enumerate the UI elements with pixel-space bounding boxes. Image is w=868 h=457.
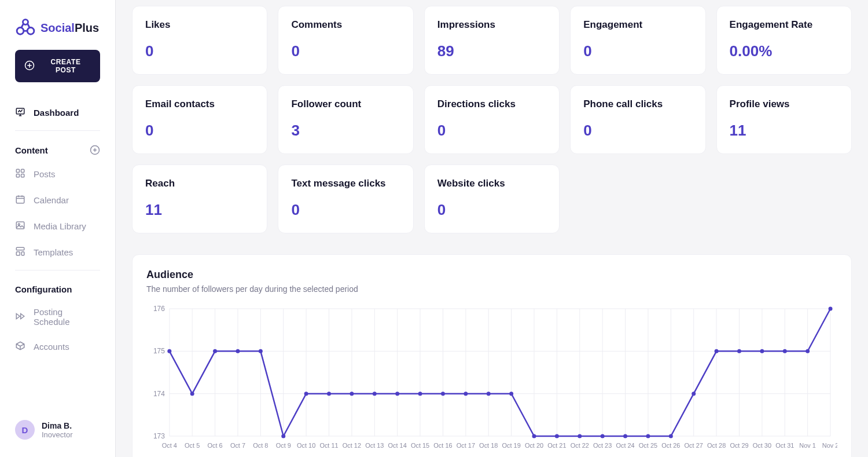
plus-circle-icon (24, 60, 35, 72)
svg-text:Oct 9: Oct 9 (276, 442, 291, 449)
svg-point-96 (441, 392, 445, 396)
metric-card[interactable]: Profile views11 (716, 85, 852, 154)
metric-value: 11 (145, 201, 254, 219)
svg-text:Oct 16: Oct 16 (433, 442, 452, 449)
metric-card[interactable]: Engagement0 (570, 6, 705, 75)
sidebar-item-templates[interactable]: Templates (0, 239, 115, 265)
svg-text:Oct 15: Oct 15 (411, 442, 429, 449)
audience-line-chart[interactable]: 176175174173Oct 4Oct 5Oct 6Oct 7Oct 8Oct… (146, 303, 837, 454)
svg-text:176: 176 (153, 305, 165, 313)
svg-point-86 (213, 349, 217, 353)
svg-rect-8 (16, 174, 19, 177)
svg-text:Oct 6: Oct 6 (208, 442, 223, 449)
svg-text:Oct 29: Oct 29 (730, 442, 748, 449)
layout-icon (15, 246, 25, 258)
svg-point-106 (669, 434, 673, 438)
svg-point-101 (555, 434, 559, 438)
svg-text:Oct 19: Oct 19 (502, 442, 521, 449)
audience-chart-card: Audience The number of followers per day… (132, 254, 852, 457)
grid-icon (15, 168, 25, 180)
sidebar-item-posting-schedule[interactable]: Posting Schedule (0, 300, 115, 334)
sidebar-item-label: Templates (34, 247, 73, 257)
metric-label: Reach (145, 178, 254, 189)
create-post-button[interactable]: CREATE POST (15, 50, 100, 82)
metric-value: 89 (437, 42, 546, 60)
svg-text:Oct 21: Oct 21 (547, 442, 566, 449)
metric-card[interactable]: Email contacts0 (132, 85, 267, 154)
metric-card[interactable]: Phone call clicks0 (570, 85, 705, 154)
metric-label: Follower count (291, 98, 400, 110)
svg-text:Oct 20: Oct 20 (525, 442, 543, 449)
svg-text:Nov 2: Nov 2 (822, 442, 837, 449)
fast-forward-icon (15, 311, 25, 323)
svg-point-107 (692, 392, 696, 396)
sidebar-item-accounts[interactable]: Accounts (0, 334, 115, 360)
metric-value: 0 (291, 42, 400, 60)
svg-point-95 (418, 392, 422, 396)
svg-text:Oct 23: Oct 23 (593, 442, 612, 449)
svg-text:173: 173 (153, 432, 165, 440)
cube-icon (15, 341, 25, 353)
section-title: Configuration (15, 284, 72, 294)
user-name: Dima B. (42, 421, 72, 430)
metric-card[interactable]: Text message clicks0 (278, 164, 413, 233)
svg-text:Oct 13: Oct 13 (365, 442, 384, 449)
svg-text:Oct 14: Oct 14 (388, 442, 407, 449)
presentation-icon (15, 107, 25, 119)
metric-card[interactable]: Follower count3 (278, 85, 413, 154)
plus-circle-icon[interactable] (90, 145, 100, 155)
svg-text:Oct 31: Oct 31 (775, 442, 794, 449)
svg-point-88 (259, 349, 263, 353)
svg-point-85 (190, 392, 194, 396)
svg-point-103 (601, 434, 605, 438)
brand-icon (15, 17, 36, 38)
svg-text:Oct 28: Oct 28 (707, 442, 726, 449)
metric-card[interactable]: Impressions89 (424, 6, 560, 75)
svg-text:Oct 30: Oct 30 (753, 442, 771, 449)
metric-card[interactable]: Directions clicks0 (424, 85, 560, 154)
sidebar-item-label: Accounts (34, 342, 69, 352)
metric-value: 0.00% (730, 42, 838, 60)
sidebar-item-dashboard[interactable]: Dashboard (0, 100, 115, 126)
svg-point-90 (304, 392, 308, 396)
metric-card[interactable]: Engagement Rate0.00% (716, 6, 852, 75)
metric-value: 11 (730, 122, 838, 140)
svg-text:174: 174 (153, 390, 165, 398)
metric-value: 3 (291, 122, 400, 140)
svg-text:Oct 27: Oct 27 (685, 442, 703, 449)
user-profile[interactable]: D Dima B. Inovector (0, 420, 115, 445)
metrics-grid: Likes0Comments0Impressions89Engagement0E… (116, 0, 868, 233)
svg-point-94 (395, 392, 399, 396)
svg-text:175: 175 (153, 347, 165, 355)
brand-logo[interactable]: SocialPlus (0, 12, 115, 50)
image-icon (15, 220, 25, 232)
sidebar-item-media-library[interactable]: Media Library (0, 213, 115, 239)
metric-label: Profile views (730, 98, 838, 110)
svg-text:Oct 26: Oct 26 (661, 442, 680, 449)
metric-card[interactable]: Website clicks0 (424, 164, 560, 233)
sidebar-item-label: Posting Schedule (34, 307, 100, 327)
metric-label: Comments (291, 19, 400, 31)
brand-text: SocialPlus (41, 21, 99, 35)
content-section-header: Content (0, 136, 115, 161)
metric-label: Website clicks (437, 178, 546, 189)
svg-text:Oct 24: Oct 24 (616, 442, 634, 449)
metric-value: 0 (437, 201, 546, 219)
avatar: D (15, 420, 35, 440)
metric-value: 0 (145, 122, 254, 140)
svg-point-2 (27, 28, 34, 35)
svg-rect-9 (21, 174, 24, 177)
metric-card[interactable]: Likes0 (132, 6, 267, 75)
metric-label: Impressions (437, 19, 546, 31)
chart-title: Audience (146, 269, 837, 281)
svg-point-111 (783, 349, 787, 353)
metric-label: Likes (145, 19, 254, 31)
metric-card[interactable]: Comments0 (278, 6, 413, 75)
metric-card[interactable]: Reach11 (132, 164, 267, 233)
sidebar-item-posts[interactable]: Posts (0, 161, 115, 187)
svg-text:Oct 8: Oct 8 (253, 442, 268, 449)
svg-text:Oct 25: Oct 25 (639, 442, 657, 449)
svg-rect-15 (21, 252, 24, 255)
sidebar-item-calendar[interactable]: Calendar (0, 187, 115, 213)
svg-text:Oct 18: Oct 18 (479, 442, 498, 449)
